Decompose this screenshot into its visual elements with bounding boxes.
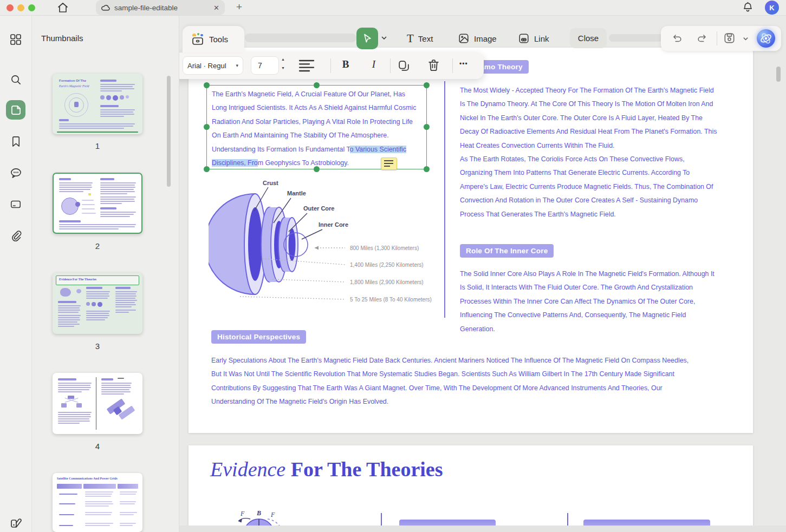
ai-logo-icon xyxy=(757,29,775,48)
format-divider xyxy=(330,58,331,73)
undo-button[interactable] xyxy=(671,32,683,44)
image-tool-button[interactable]: Image xyxy=(458,29,497,48)
sidebar-item-bookmarks[interactable] xyxy=(6,132,25,151)
comment-icon xyxy=(10,167,22,179)
save-button[interactable] xyxy=(723,32,736,44)
font-family-value: Arial · Regul xyxy=(187,62,226,70)
force-label-left: F xyxy=(240,510,245,517)
resize-handle-sw[interactable] xyxy=(204,166,210,172)
thumb1-title-line1: Formation Of The xyxy=(59,79,86,82)
resize-handle-nw[interactable] xyxy=(204,82,210,88)
tools-label: Tools xyxy=(209,35,228,44)
chevron-down-icon xyxy=(742,35,749,42)
traffic-zoom-button[interactable] xyxy=(28,4,35,11)
page2-title[interactable]: Evidence For The Theories xyxy=(210,457,443,481)
dynamo-paragraph-1: The Most Widely - Accepted Theory For Th… xyxy=(460,84,718,153)
stepper-up-icon[interactable]: ▲ xyxy=(281,57,285,62)
titlebar: sample-file-editable ✕ + K xyxy=(0,0,786,16)
font-size-input[interactable]: 7 xyxy=(251,56,279,75)
duplicate-button[interactable] xyxy=(397,59,411,73)
traffic-minimize-button[interactable] xyxy=(17,4,24,11)
align-left-icon xyxy=(298,60,315,72)
align-button[interactable] xyxy=(298,60,315,72)
bold-button[interactable]: B xyxy=(337,58,354,70)
text-tool-button[interactable]: T Text xyxy=(407,29,433,48)
home-button[interactable] xyxy=(56,1,69,14)
thumbnail-page-1[interactable]: Formation Of The Earth's Magnetic Field xyxy=(53,74,142,134)
link-tool-label: Link xyxy=(534,34,549,43)
font-size-stepper[interactable]: ▲ ▼ xyxy=(281,57,285,70)
diagram-label-mantle: Mantle xyxy=(287,190,306,196)
earth-layers-diagram[interactable]: Crust Mantle Outer Core Inner Core 800 M… xyxy=(209,178,450,311)
main-scrollbar[interactable] xyxy=(776,67,781,82)
image-tool-label: Image xyxy=(474,34,497,43)
resize-handle-e[interactable] xyxy=(424,124,430,130)
resize-handle-w[interactable] xyxy=(204,124,210,130)
more-options-button[interactable]: ••• xyxy=(459,60,468,68)
thumb5-title: Satellite Communications And Power Grids xyxy=(57,477,118,480)
font-family-select[interactable]: Arial · Regul ▾ xyxy=(183,56,243,75)
measurement-outer-core: 1,400 Miles (2,250 Kilometers) xyxy=(350,262,424,268)
format-divider xyxy=(390,58,391,73)
selected-text-block[interactable]: The Earth's Magnetic Field, A Crucial Fe… xyxy=(206,85,427,169)
sidebar-item-stamps[interactable] xyxy=(6,194,25,214)
save-dropdown[interactable] xyxy=(742,35,749,42)
select-tool-dropdown[interactable] xyxy=(380,34,388,42)
tab-close-icon[interactable]: ✕ xyxy=(213,4,219,12)
paperclip-icon xyxy=(10,229,22,242)
user-avatar[interactable]: K xyxy=(765,1,779,15)
page-number-1: 1 xyxy=(53,141,142,150)
resize-handle-se[interactable] xyxy=(424,166,430,172)
stamp-icon xyxy=(10,198,22,210)
sidebar-item-attachments[interactable] xyxy=(6,226,25,245)
image-icon xyxy=(458,32,470,44)
thumbnail-page-4[interactable] xyxy=(53,373,142,434)
inner-core-heading[interactable]: Role Of The Inner Core xyxy=(460,244,554,258)
sidebar-item-grid[interactable] xyxy=(6,30,25,49)
thumbnail-page-2[interactable] xyxy=(53,173,142,234)
traffic-close-button[interactable] xyxy=(7,4,14,11)
link-tool-button[interactable]: Link xyxy=(518,29,549,48)
save-icon xyxy=(723,32,736,44)
thumbnail-page-5[interactable]: Satellite Communications And Power Grids xyxy=(53,473,142,532)
bookmark-icon xyxy=(10,136,22,147)
new-tab-button[interactable]: + xyxy=(236,1,242,13)
cursor-icon xyxy=(362,33,373,44)
inner-core-paragraph[interactable]: The Solid Inner Core Also Plays A Role I… xyxy=(460,267,718,336)
resize-handle-ne[interactable] xyxy=(424,82,430,88)
delete-button[interactable] xyxy=(427,58,440,72)
dynamo-theory-paragraphs[interactable]: The Most Widely - Accepted Theory For Th… xyxy=(460,84,718,221)
text-tool-icon: T xyxy=(407,33,414,44)
italic-button[interactable]: I xyxy=(366,58,382,70)
thumbnail-page-3[interactable]: Evidence For The Theories xyxy=(53,273,142,334)
sidebar-item-thumbnails[interactable] xyxy=(6,100,25,120)
notifications-button[interactable] xyxy=(742,1,754,14)
grid-icon xyxy=(10,34,22,45)
resize-handle-n[interactable] xyxy=(314,82,320,88)
historical-paragraph[interactable]: Early Speculations About The Earth's Mag… xyxy=(211,354,689,409)
page-icon xyxy=(10,104,22,116)
force-label-b: B xyxy=(256,509,261,517)
toolbar-track-left xyxy=(245,34,356,42)
tools-button[interactable]: Tools xyxy=(183,26,244,52)
measurement-inner-core: 800 Miles (1,300 Kilometers) xyxy=(350,245,419,251)
redo-button[interactable] xyxy=(697,32,709,44)
stepper-down-icon[interactable]: ▼ xyxy=(281,65,285,70)
swatches-icon xyxy=(9,516,22,529)
sidebar-item-swatches[interactable] xyxy=(6,513,25,532)
resize-handle-s[interactable] xyxy=(314,166,320,172)
close-edit-button[interactable]: Close xyxy=(570,28,607,48)
sidebar-item-comments[interactable] xyxy=(6,163,25,182)
note-annotation-icon[interactable] xyxy=(381,157,397,170)
thumbnails-scrollbar[interactable] xyxy=(167,76,171,187)
toolbar-right-group xyxy=(661,26,781,51)
sidebar-item-search[interactable] xyxy=(6,70,25,89)
select-tool-button[interactable] xyxy=(356,28,378,49)
intro-text-pre: The Earth's Magnetic Field, A Crucial Fe… xyxy=(212,90,416,153)
thumb1-title-line2: Earth's Magnetic Field xyxy=(59,84,89,88)
page2-title-italic: Evidence xyxy=(210,458,285,481)
pdf-page-2: Evidence For The Theories F B F xyxy=(189,445,753,532)
historical-heading[interactable]: Historical Perspectives xyxy=(211,330,306,344)
document-tab[interactable]: sample-file-editable ✕ xyxy=(96,0,225,15)
ai-assistant-button[interactable] xyxy=(757,29,775,48)
